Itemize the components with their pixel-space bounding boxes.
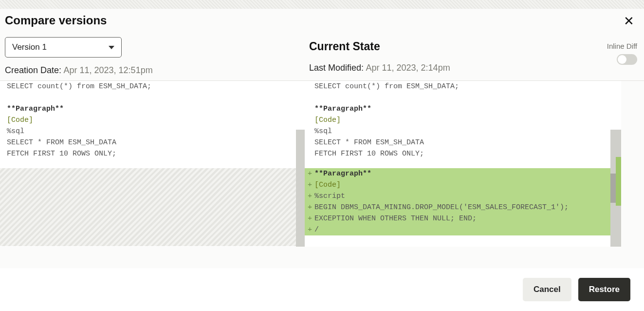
- version-select[interactable]: Version 1: [5, 37, 122, 58]
- dialog-footer: Cancel Restore: [0, 268, 644, 311]
- added-diff-block: +**Paragraph** +[Code] +%script + +BEGIN…: [305, 168, 621, 235]
- code-line: FETCH FIRST 10 ROWS ONLY;: [0, 148, 305, 159]
- inline-diff-toggle[interactable]: [617, 54, 637, 65]
- compare-versions-dialog: Compare versions ✕ Version 1 Creation Da…: [0, 9, 644, 311]
- code-line: FETCH FIRST 10 ROWS ONLY;: [305, 148, 621, 159]
- diff-area: SELECT count(*) from ESM_SH_DATA; **Para…: [0, 81, 644, 247]
- right-diff-pane[interactable]: SELECT count(*) from ESM_SH_DATA; **Para…: [305, 81, 621, 247]
- right-meta-column: Current State Last Modified: Apr 11, 202…: [309, 37, 637, 76]
- creation-date-value: Apr 11, 2023, 12:51pm: [64, 65, 153, 75]
- toggle-knob: [618, 55, 626, 64]
- code-line: %script: [314, 192, 345, 200]
- last-modified-value: Apr 11, 2023, 2:14pm: [366, 63, 450, 73]
- code-marker: [Code]: [314, 181, 341, 189]
- last-modified-label: Last Modified:: [309, 63, 364, 73]
- close-icon[interactable]: ✕: [621, 14, 637, 28]
- code-marker: [Code]: [0, 115, 305, 126]
- restore-button[interactable]: Restore: [578, 278, 630, 301]
- empty-diff-region: [0, 168, 305, 246]
- version-select-label: Version 1: [12, 42, 47, 52]
- left-diff-pane[interactable]: SELECT count(*) from ESM_SH_DATA; **Para…: [0, 81, 305, 247]
- code-line: SELECT count(*) from ESM_SH_DATA;: [305, 81, 621, 92]
- plus-icon: +: [308, 224, 312, 235]
- code-line: SELECT count(*) from ESM_SH_DATA;: [0, 81, 305, 92]
- code-line: EXCEPTION WHEN OTHERS THEN NULL; END;: [314, 214, 477, 223]
- code-line: /: [314, 226, 319, 234]
- scrollbar-thumb[interactable]: [610, 174, 616, 203]
- paragraph-marker: **Paragraph**: [305, 103, 621, 115]
- dialog-title: Compare versions: [5, 14, 107, 27]
- inline-diff-label: Inline Diff: [607, 42, 637, 50]
- chevron-down-icon: [109, 46, 114, 49]
- left-meta-column: Version 1 Creation Date: Apr 11, 2023, 1…: [5, 37, 309, 76]
- code-line: SELECT * FROM ESM_SH_DATA: [305, 137, 621, 148]
- scrollbar-vertical[interactable]: [296, 130, 305, 247]
- code-line: BEGIN DBMS_DATA_MINING.DROP_MODEL('ESM_S…: [314, 203, 569, 212]
- background-pattern: [0, 0, 644, 9]
- paragraph-marker: **Paragraph**: [0, 103, 305, 115]
- code-line: SELECT * FROM ESM_SH_DATA: [0, 137, 305, 148]
- cancel-button[interactable]: Cancel: [523, 278, 571, 301]
- plus-icon: +: [308, 202, 312, 213]
- code-line: %sql: [305, 126, 621, 137]
- plus-icon: +: [308, 213, 312, 224]
- diff-added-indicator: [616, 157, 621, 206]
- plus-icon: +: [308, 179, 312, 191]
- code-marker: [Code]: [305, 115, 621, 126]
- creation-date-label: Creation Date:: [5, 65, 61, 75]
- code-line: %sql: [0, 126, 305, 137]
- current-state-title: Current State: [309, 40, 637, 53]
- plus-icon: +: [308, 168, 312, 179]
- paragraph-marker: **Paragraph**: [314, 170, 371, 178]
- plus-icon: +: [308, 191, 312, 202]
